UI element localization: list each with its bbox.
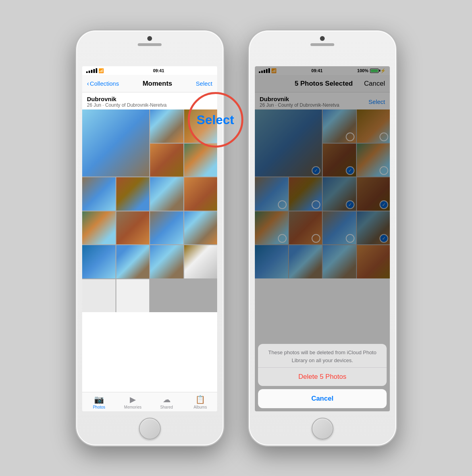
action-sheet: These photos will be deleted from iCloud… [255, 344, 390, 411]
section-title-left: Dubrovnik [87, 96, 212, 102]
photo-cell-1[interactable] [82, 109, 149, 177]
section-header-left: Dubrovnik 26 Jun · County of Dubrovnik-N… [82, 92, 217, 109]
photo-cell-14[interactable] [82, 245, 116, 278]
photo-cell-2[interactable] [150, 109, 183, 143]
phone-right: 📶 09:41 100% ⚡ 5 Photos Selected Cancel [248, 30, 397, 446]
nav-title-left: Moments [143, 80, 172, 88]
tab-shared-label: Shared [160, 405, 173, 409]
screen-left: 📶 09:41 ‹ Collections Moments Select Dub… [82, 66, 217, 411]
albums-tab-icon: 📋 [195, 395, 205, 404]
photo-cell-17[interactable] [184, 245, 218, 278]
speaker-right [310, 43, 334, 46]
signal-left [86, 68, 97, 73]
photos-tab-icon: 📷 [94, 395, 104, 404]
action-sheet-cancel-group: Cancel [258, 389, 387, 408]
time-left: 09:41 [153, 68, 164, 73]
photo-cell-9[interactable] [184, 177, 218, 211]
photo-cell-13[interactable] [184, 211, 218, 245]
tab-memories-label: Memories [124, 405, 142, 409]
photo-cell-19[interactable] [116, 279, 150, 313]
phone-bottom-right [312, 411, 333, 445]
photo-cell-18[interactable] [82, 279, 116, 313]
photo-cell-5[interactable] [184, 144, 218, 177]
photo-cell-4[interactable] [150, 144, 183, 177]
phone-bottom-left [139, 411, 161, 445]
tab-albums-left[interactable]: 📋 Albums [183, 395, 217, 409]
photo-cell-8[interactable] [150, 177, 183, 211]
screen-right: 📶 09:41 100% ⚡ 5 Photos Selected Cancel [255, 66, 390, 411]
tab-bar-left: 📷 Photos ▶︎ Memories ☁ Shared 📋 Albums [82, 392, 217, 411]
cancel-action-button[interactable]: Cancel [258, 389, 387, 408]
action-sheet-group: These photos will be deleted from iCloud… [258, 344, 387, 386]
back-label-left: Collections [90, 80, 119, 87]
wifi-left: 📶 [98, 68, 104, 73]
back-button-left[interactable]: ‹ Collections [87, 80, 119, 87]
photo-cell-11[interactable] [116, 211, 150, 245]
phone-top-right [249, 31, 396, 66]
phone-top-left [76, 31, 223, 66]
photo-cell-10[interactable] [82, 211, 116, 245]
phone-left: 📶 09:41 ‹ Collections Moments Select Dub… [75, 30, 224, 446]
photo-cell-7[interactable] [116, 177, 150, 211]
shared-tab-icon: ☁ [163, 395, 171, 404]
photo-grid-left [82, 109, 217, 312]
photo-cell-15[interactable] [116, 245, 150, 278]
chevron-left-icon: ‹ [87, 80, 89, 87]
tab-memories-left[interactable]: ▶︎ Memories [116, 395, 150, 409]
photo-cell-3[interactable] [184, 109, 218, 143]
scene: 📶 09:41 ‹ Collections Moments Select Dub… [75, 30, 397, 446]
home-button-right[interactable] [312, 418, 333, 440]
tab-shared-left[interactable]: ☁ Shared [150, 395, 183, 409]
photo-cell-6[interactable] [82, 177, 116, 211]
status-left-left: 📶 [86, 68, 104, 73]
photo-cell-12[interactable] [150, 211, 183, 245]
speaker-left [138, 43, 162, 46]
section-subtitle-left: 26 Jun · County of Dubrovnik-Neretva [87, 102, 212, 108]
action-sheet-message: These photos will be deleted from iCloud… [258, 344, 387, 368]
tab-photos-label: Photos [93, 405, 105, 409]
photo-cell-16[interactable] [150, 245, 183, 278]
delete-photos-button[interactable]: Delete 5 Photos [258, 368, 387, 386]
camera-left [147, 36, 152, 41]
select-button-left[interactable]: Select [196, 80, 212, 87]
nav-bar-left: ‹ Collections Moments Select [82, 75, 217, 92]
memories-tab-icon: ▶︎ [130, 395, 136, 404]
tab-photos-left[interactable]: 📷 Photos [82, 395, 116, 409]
status-bar-left: 📶 09:41 [82, 66, 217, 75]
tab-albums-label: Albums [194, 405, 207, 409]
home-button-left[interactable] [139, 418, 161, 440]
camera-right [320, 36, 325, 41]
